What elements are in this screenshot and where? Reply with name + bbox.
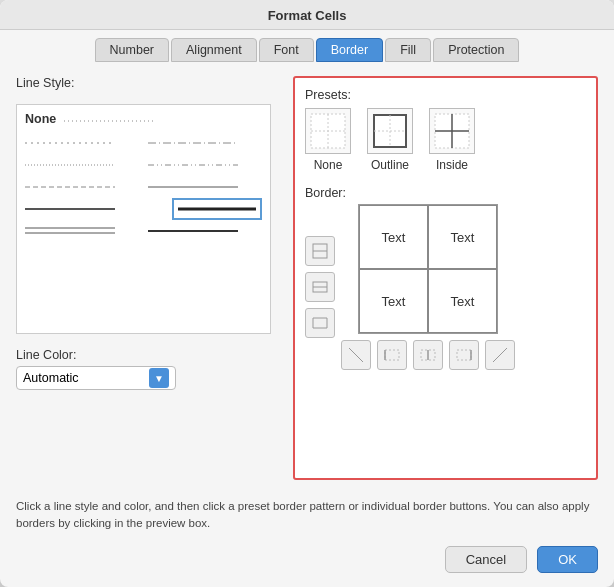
border-btn-right[interactable] xyxy=(449,340,479,370)
preset-none[interactable]: None xyxy=(305,108,351,172)
hint-text: Click a line style and color, and then c… xyxy=(0,490,614,539)
line-color-label: Line Color: xyxy=(16,348,281,362)
right-panel: Presets: None xyxy=(293,76,598,480)
preview-cell-tr: Text xyxy=(428,205,497,269)
border-preview-area: Text Text Text Text xyxy=(305,204,586,370)
line-selected[interactable] xyxy=(172,198,262,220)
dialog-title: Format Cells xyxy=(268,8,347,23)
line-style-box[interactable]: None xyxy=(16,104,271,334)
tab-fill[interactable]: Fill xyxy=(385,38,431,62)
preset-none-label: None xyxy=(314,158,343,172)
none-label: None xyxy=(25,112,56,126)
border-btn-middle[interactable] xyxy=(305,272,335,302)
tab-border[interactable]: Border xyxy=(316,38,384,62)
border-label: Border: xyxy=(305,186,586,200)
preview-cell-bl: Text xyxy=(359,269,428,333)
border-btn-center-v[interactable] xyxy=(413,340,443,370)
main-content: Line Style: None xyxy=(0,62,614,490)
preset-inside-label: Inside xyxy=(436,158,468,172)
presets-label: Presets: xyxy=(305,88,586,102)
border-preview-grid[interactable]: Text Text Text Text xyxy=(358,204,498,334)
svg-rect-34 xyxy=(457,350,471,360)
preset-outline-icon xyxy=(367,108,413,154)
ok-button[interactable]: OK xyxy=(537,546,598,573)
tab-font[interactable]: Font xyxy=(259,38,314,62)
line-style-label: Line Style: xyxy=(16,76,281,90)
tab-alignment[interactable]: Alignment xyxy=(171,38,257,62)
preset-outline[interactable]: Outline xyxy=(367,108,413,172)
border-btn-bottom-outer[interactable] xyxy=(305,308,335,338)
preview-cell-br: Text xyxy=(428,269,497,333)
line-sample-dotdash xyxy=(64,114,262,128)
border-btn-diag-down[interactable] xyxy=(341,340,371,370)
dialog-titlebar: Format Cells xyxy=(0,0,614,30)
preset-inside[interactable]: Inside xyxy=(429,108,475,172)
border-buttons-left xyxy=(305,236,335,338)
presets-section: Presets: None xyxy=(305,88,586,172)
tab-bar: Number Alignment Font Border Fill Protec… xyxy=(0,30,614,62)
tab-protection[interactable]: Protection xyxy=(433,38,519,62)
color-value: Automatic xyxy=(23,371,149,385)
border-btn-left[interactable] xyxy=(377,340,407,370)
format-cells-dialog: Format Cells Number Alignment Font Borde… xyxy=(0,0,614,587)
preset-none-icon xyxy=(305,108,351,154)
left-panel: Line Style: None xyxy=(16,76,281,480)
svg-line-29 xyxy=(349,348,363,362)
footer: Cancel OK xyxy=(0,538,614,587)
tab-number[interactable]: Number xyxy=(95,38,169,62)
line-row-4[interactable] xyxy=(25,199,262,219)
border-btn-diag-up[interactable] xyxy=(485,340,515,370)
border-buttons-bottom xyxy=(341,340,515,370)
cancel-button[interactable]: Cancel xyxy=(445,546,527,573)
line-row-3[interactable] xyxy=(25,177,262,197)
preview-cell-tl: Text xyxy=(359,205,428,269)
color-section: Line Color: Automatic ▼ xyxy=(16,348,281,390)
line-row-5[interactable] xyxy=(25,221,262,241)
color-dropdown[interactable]: Automatic ▼ xyxy=(16,366,176,390)
dropdown-arrow-icon: ▼ xyxy=(149,368,169,388)
svg-line-36 xyxy=(493,348,507,362)
presets-row: None Outline xyxy=(305,108,586,172)
border-btn-top-outer[interactable] xyxy=(305,236,335,266)
line-row-2[interactable] xyxy=(25,155,262,175)
preview-container: Text Text Text Text xyxy=(341,204,515,370)
svg-rect-30 xyxy=(385,350,399,360)
preset-outline-label: Outline xyxy=(371,158,409,172)
preset-inside-icon xyxy=(429,108,475,154)
line-row-1[interactable] xyxy=(25,133,262,153)
line-none-row[interactable]: None xyxy=(25,111,262,131)
border-section: Border: xyxy=(305,186,586,370)
